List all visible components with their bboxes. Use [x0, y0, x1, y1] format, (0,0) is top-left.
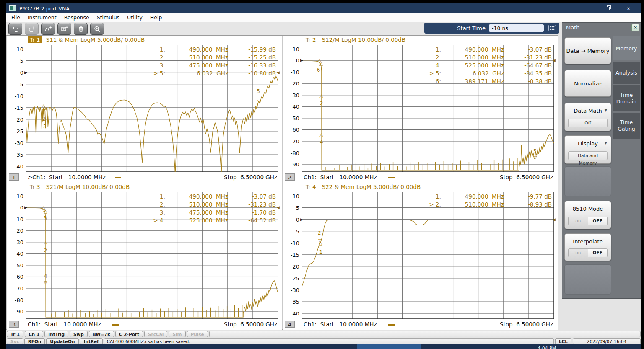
status-indicator-swp[interactable]: Swp: [70, 331, 88, 337]
y-axis-tick-label: -80: [7, 297, 23, 303]
tab-time-domain[interactable]: Time Domain: [613, 85, 640, 111]
zoom-button[interactable]: [90, 23, 104, 35]
status-indicator-pulse[interactable]: Pulse: [187, 331, 208, 337]
marker-value: -31.23 dB: [504, 54, 552, 61]
delete-button[interactable]: [74, 23, 88, 35]
trace-header[interactable]: Tr 3S21/M LogM 10.00dB/ 0.00dB: [28, 184, 130, 191]
tab-time-gating[interactable]: Time Gating: [613, 113, 640, 139]
status-message: CAL400-600MHZ.csa has been saved.: [104, 338, 554, 344]
y-axis-tick-label: -30: [283, 92, 299, 98]
menu-item-help[interactable]: Help: [146, 13, 166, 22]
status-indicator-ch-1[interactable]: Ch 1: [25, 331, 43, 337]
add-trace-button[interactable]: [41, 23, 55, 35]
marker-frequency: 490.000 MHz: [165, 46, 228, 53]
status-indicator-bw-7k[interactable]: BW=7k: [89, 331, 114, 337]
data-to-memory-button[interactable]: Data → Memory: [564, 37, 611, 64]
marker-number[interactable]: 4: [320, 140, 323, 145]
close-icon[interactable]: ×: [624, 5, 633, 12]
data-math-dropdown[interactable]: Data Math ▼ Off: [564, 103, 611, 131]
status-indicator-c-2-port[interactable]: C 2-Port: [115, 331, 143, 337]
data-math-value[interactable]: Off: [568, 119, 608, 127]
tab-analysis[interactable]: Analysis: [613, 62, 640, 84]
sweep-start-label: >Ch1: Start 10.0000 MHz: [28, 174, 106, 181]
marker-glyph[interactable]: ▽: [533, 155, 537, 160]
marker-glyph[interactable]: ▽: [44, 280, 47, 285]
marker-readout-table: 1:490.000 MHz-3.07 dB2:510.000 MHz-31.23…: [144, 192, 276, 224]
menu-item-response[interactable]: Response: [60, 13, 93, 22]
interpolate-toggle[interactable]: onOFF: [568, 248, 608, 257]
marker-number[interactable]: 2: [44, 248, 47, 253]
marker-glyph[interactable]: △: [44, 107, 47, 111]
keypad-icon[interactable]: [547, 24, 557, 32]
mode-8510-button[interactable]: 8510 Mode onOFF: [564, 201, 611, 229]
plot-number-badge[interactable]: 2: [285, 173, 295, 181]
marker-glyph[interactable]: △: [319, 61, 323, 66]
marker-number[interactable]: 2: [320, 101, 323, 106]
marker-number[interactable]: 4: [44, 274, 47, 279]
plot-area[interactable]: 100-10-20-30-40-50-60-70-80-90▶◀△△6△2△4▽…: [302, 45, 554, 172]
marker-glyph[interactable]: ▽: [257, 99, 261, 103]
marker-glyph[interactable]: △: [319, 132, 323, 137]
marker-number[interactable]: 3: [43, 124, 47, 129]
marker-glyph[interactable]: △: [44, 240, 47, 245]
normalize-button[interactable]: Normalize: [564, 70, 611, 97]
trace-header[interactable]: Tr 4S22 & Mem LogM 5.000dB/ 0.00dB: [304, 184, 421, 191]
plot-area[interactable]: 100-10-20-30-40-50-60-70-80-90▶◀△△△3△2▽4…: [26, 192, 278, 319]
menu-item-stimulus[interactable]: Stimulus: [93, 13, 123, 22]
toggle-off-label[interactable]: OFF: [588, 249, 608, 257]
plot-number-badge[interactable]: 3: [9, 321, 19, 328]
marker-value: -31.23 dB: [228, 201, 276, 208]
status-indicator-intref[interactable]: IntRef: [80, 338, 103, 344]
toggle-off-label[interactable]: OFF: [588, 217, 608, 225]
status-indicator-lcl[interactable]: LCL: [555, 338, 571, 344]
undo-button[interactable]: [8, 23, 22, 35]
plot-number-badge[interactable]: 1: [9, 173, 19, 181]
plot-area[interactable]: 1050-5-10-15-20-25-30-35-40▶◀▽2△11:490.0…: [302, 192, 554, 319]
trace-badge[interactable]: Tr 4: [304, 184, 318, 190]
interpolate-button[interactable]: Interpolate onOFF: [564, 233, 611, 261]
marker-number[interactable]: 5: [257, 89, 260, 94]
toggle-on-label[interactable]: on: [569, 249, 588, 257]
start-time-input[interactable]: [489, 24, 544, 32]
status-indicator-rfon[interactable]: RFOn: [24, 338, 45, 344]
marker-number[interactable]: 5: [533, 149, 537, 154]
marker-number[interactable]: 1: [319, 250, 323, 255]
trace-header[interactable]: Tr 1S11 & Mem LogM 5.000dB/ 0.00dB: [28, 36, 145, 44]
marker-glyph[interactable]: △: [44, 209, 47, 214]
add-channel-button[interactable]: [57, 23, 71, 35]
toggle-on-label[interactable]: on: [569, 217, 588, 225]
menu-item-file[interactable]: File: [8, 13, 24, 22]
status-indicator-srccal[interactable]: SrcCal: [144, 331, 167, 337]
status-indicator-inttrig[interactable]: IntTrig: [44, 331, 68, 337]
restore-icon[interactable]: [604, 5, 613, 12]
marker-number[interactable]: 2: [42, 116, 46, 122]
menu-item-instrument[interactable]: Instrument: [24, 13, 60, 22]
y-axis-tick-label: -70: [7, 285, 23, 292]
display-value[interactable]: Data and Memory: [568, 151, 608, 160]
trace-badge[interactable]: Tr 1: [28, 36, 42, 43]
plot-area[interactable]: 1050-5-10-15-20-25-30-35-40▶◀△△2△3▽51:49…: [26, 45, 278, 172]
status-indicator-tr-1[interactable]: Tr 1: [7, 331, 23, 337]
marker-number[interactable]: 6: [317, 67, 320, 72]
marker-number[interactable]: 3: [44, 216, 47, 221]
redo-button[interactable]: [25, 23, 39, 35]
mode-8510-toggle[interactable]: onOFF: [568, 217, 608, 225]
status-indicator-sim[interactable]: Sim: [169, 331, 185, 337]
marker-number[interactable]: 2: [318, 230, 321, 235]
os-taskbar[interactable]: 4:04 PM: [6, 344, 641, 349]
y-axis-tick-label: 10: [283, 193, 299, 199]
panel-close-icon[interactable]: ×: [631, 24, 639, 31]
display-dropdown[interactable]: Display ▼ Data and Memory: [564, 135, 611, 164]
trace-badge[interactable]: Tr 3: [28, 184, 42, 190]
menu-item-utility[interactable]: Utility: [123, 13, 146, 22]
taskbar-active-app[interactable]: [357, 344, 421, 349]
marker-glyph[interactable]: △: [319, 241, 322, 246]
status-indicator-svc[interactable]: Svc: [7, 338, 23, 344]
tab-memory[interactable]: Memory: [613, 36, 640, 60]
marker-glyph[interactable]: △: [319, 93, 323, 98]
minimize-icon[interactable]: —: [584, 5, 593, 12]
plot-number-badge[interactable]: 4: [285, 321, 295, 328]
trace-badge[interactable]: Tr 2: [304, 36, 318, 43]
trace-header[interactable]: Tr 2S12/M LogM 10.00dB/ 0.00dB: [304, 36, 405, 44]
status-indicator-updateon[interactable]: UpdateOn: [46, 338, 78, 344]
